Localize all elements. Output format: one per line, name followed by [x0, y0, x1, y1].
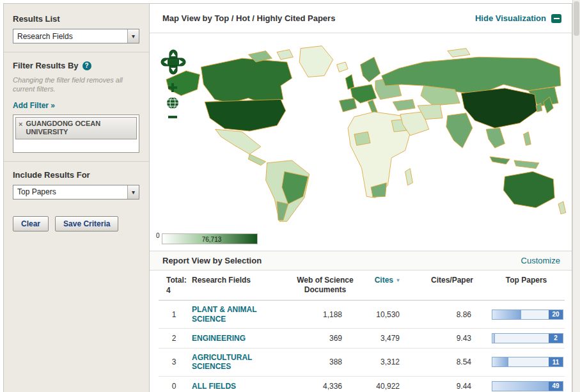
docs-cell: 369 — [292, 328, 359, 348]
include-results-select[interactable]: Top Papers ▾ — [13, 185, 139, 200]
top-papers-bar: 11 — [492, 357, 563, 367]
results-list-select[interactable]: Research Fields ▾ — [13, 29, 139, 43]
top-papers-value: 2 — [549, 334, 563, 343]
hide-visualization-link[interactable]: Hide Visualization — [475, 13, 546, 23]
zoom-out-icon — [168, 116, 177, 118]
collapse-icon[interactable] — [551, 14, 561, 23]
rank-cell: 1 — [159, 301, 189, 329]
cites-per-paper-cell: 9.43 — [416, 328, 488, 348]
map-pan-control[interactable] — [160, 49, 187, 78]
rank-cell: 0 — [159, 376, 189, 392]
map-canvas — [155, 40, 569, 229]
docs-cell: 388 — [292, 348, 359, 376]
col-header-documents[interactable]: Web of Science Documents — [292, 270, 359, 301]
sidebar: Results List Research Fields ▾ Filter Re… — [4, 4, 150, 392]
map-legend: 0 76,713 — [156, 233, 258, 244]
field-link[interactable]: PLANT & ANIMAL SCIENCE — [192, 305, 289, 324]
field-link[interactable]: ENGINEERING — [192, 334, 246, 343]
top-papers-value: 49 — [549, 382, 563, 391]
sort-desc-icon: ▼ — [395, 278, 400, 283]
filter-tag-label: GUANGDONG OCEAN UNIVERSITY — [26, 120, 132, 137]
col-header-top-papers[interactable]: Top Papers — [488, 270, 565, 301]
total-label: Total: — [166, 276, 187, 286]
main-panel: Map View by Top / Hot / Highly Cited Pap… — [150, 4, 572, 392]
field-link[interactable]: ALL FIELDS — [192, 382, 236, 391]
report-header: Report View by Selection Customize — [150, 251, 572, 270]
top-papers-bar: 49 — [492, 381, 563, 391]
table-row: 2 ENGINEERING 369 3,479 9.43 2 — [159, 328, 565, 348]
total-value: 4 — [166, 286, 187, 296]
total-block: Total: 4 — [161, 276, 187, 295]
top-papers-bar: 20 — [492, 310, 563, 320]
filter-note: Changing the filter field removes all cu… — [13, 75, 140, 94]
top-papers-bar: 2 — [492, 333, 563, 343]
report-title: Report View by Selection — [162, 256, 262, 265]
results-list-value: Research Fields — [17, 32, 73, 41]
cites-cell: 40,922 — [359, 376, 416, 392]
chevron-down-icon: ▾ — [127, 29, 139, 43]
table-row: 0 ALL FIELDS 4,336 40,922 9.44 49 — [159, 376, 565, 392]
report-table-wrap: Total: 4 Research Fields Web of Science … — [150, 270, 572, 392]
field-link[interactable]: AGRICULTURAL SCIENCES — [192, 353, 289, 372]
cites-cell: 10,530 — [359, 301, 416, 329]
table-row: 3 AGRICULTURAL SCIENCES 388 3,312 8.54 1… — [159, 348, 565, 376]
top-papers-value: 11 — [549, 357, 563, 366]
customize-link[interactable]: Customize — [521, 256, 560, 265]
docs-cell: 1,188 — [292, 301, 359, 329]
save-criteria-button[interactable]: Save Criteria — [55, 216, 118, 231]
cites-per-paper-cell: 8.54 — [416, 348, 488, 376]
clear-button[interactable]: Clear — [13, 216, 49, 231]
divider — [4, 161, 149, 162]
docs-cell: 4,336 — [292, 376, 359, 392]
cites-per-paper-cell: 9.44 — [416, 376, 488, 392]
legend-min-label: 0 — [156, 232, 160, 239]
add-filter-link[interactable]: Add Filter » — [13, 101, 55, 110]
app-frame: Results List Research Fields ▾ Filter Re… — [3, 3, 572, 392]
cites-cell: 3,312 — [359, 348, 416, 376]
filter-list: × GUANGDONG OCEAN UNIVERSITY — [13, 114, 139, 153]
divider — [4, 52, 149, 52]
results-list-label: Results List — [13, 14, 140, 24]
col-header-research-fields[interactable]: Research Fields — [189, 270, 292, 301]
table-row: 1 PLANT & ANIMAL SCIENCE 1,188 10,530 8.… — [159, 301, 565, 329]
cites-cell: 3,479 — [359, 328, 416, 348]
scrollbar[interactable] — [572, 0, 580, 392]
scrollbar-thumb[interactable] — [574, 1, 579, 36]
chevron-down-icon: ▾ — [127, 185, 139, 199]
map-panel-header: Map View by Top / Hot / Highly Cited Pap… — [150, 4, 572, 33]
map-area: 0 76,713 — [150, 33, 572, 251]
include-results-value: Top Papers — [17, 187, 56, 196]
cites-per-paper-cell: 8.86 — [416, 301, 488, 329]
top-papers-value: 20 — [549, 310, 563, 319]
page: Results List Research Fields ▾ Filter Re… — [0, 0, 580, 392]
filter-by-label: Filter Results By — [13, 61, 79, 70]
cites-header-label: Cites — [375, 276, 393, 285]
legend-gradient: 76,713 — [162, 233, 258, 244]
map-zoom-control[interactable] — [165, 82, 180, 127]
remove-filter-icon[interactable]: × — [19, 120, 22, 129]
world-map[interactable] — [155, 40, 569, 226]
rank-cell: 3 — [159, 348, 189, 376]
col-header-cites-per-paper[interactable]: Cites/Paper — [416, 270, 488, 301]
map-panel-title: Map View by Top / Hot / Highly Cited Pap… — [162, 13, 335, 23]
filter-tag[interactable]: × GUANGDONG OCEAN UNIVERSITY — [15, 117, 137, 140]
rank-cell: 2 — [159, 328, 189, 348]
col-header-cites[interactable]: Cites ▼ — [359, 270, 416, 301]
help-icon[interactable]: ? — [82, 61, 91, 70]
include-results-label: Include Results For — [13, 170, 140, 180]
report-table: Total: 4 Research Fields Web of Science … — [159, 270, 565, 392]
legend-max-label: 76,713 — [202, 235, 222, 242]
